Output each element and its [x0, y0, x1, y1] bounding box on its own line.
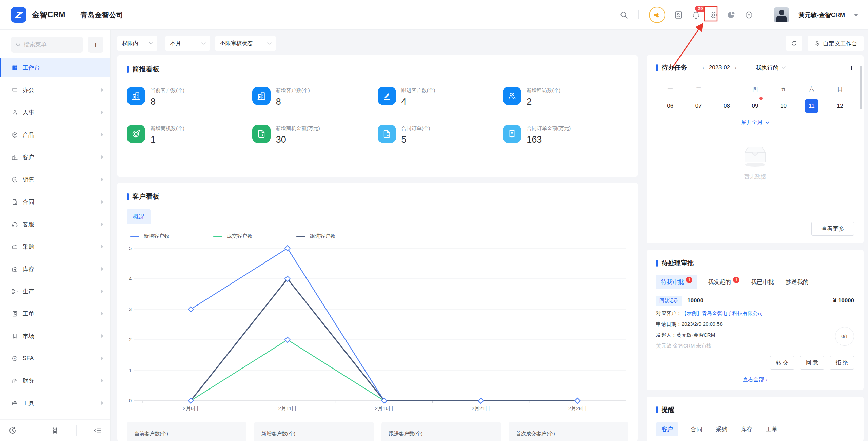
customer-link[interactable]: 【示例】青岛金智电子科技有限公司 [682, 310, 763, 316]
legend-new-customers[interactable]: 新增客户数 [130, 233, 169, 239]
sidebar-item-procurement[interactable]: 采购 [0, 237, 110, 256]
view-more-button[interactable]: 查看更多 [811, 222, 854, 236]
svg-text:2月16日: 2月16日 [375, 405, 393, 411]
calendar-day[interactable]: 08 [720, 99, 734, 113]
menu-search-input[interactable] [24, 41, 78, 48]
stats-grid: 当前客户数(个) 8 新增客户数(个) 8 [127, 87, 628, 145]
stat-opportunity-amount[interactable]: 新增商机金额(万元) 30 [252, 125, 378, 145]
calendar-day[interactable]: 10 [776, 99, 790, 113]
bottom-card-new-customers[interactable]: 新增客户数(个) [254, 422, 374, 441]
panel-scrollbar[interactable] [860, 66, 862, 109]
stat-current-customers[interactable]: 当前客户数(个) 8 [127, 87, 252, 107]
next-month-button[interactable]: › [734, 64, 737, 71]
add-menu-button[interactable]: + [88, 37, 103, 53]
calendar-day[interactable]: 07 [692, 99, 705, 113]
stat-new-opportunities[interactable]: 新增商机数(个) 1 [127, 125, 252, 145]
calendar-day[interactable]: 12 [833, 99, 847, 113]
tab-approved-by-me[interactable]: 我已审批 [750, 275, 775, 289]
tab-awaiting-my-approval[interactable]: 待我审批 1 [656, 275, 697, 289]
user-name[interactable]: 黄元敏-金智CRM [798, 11, 845, 19]
audit-status-select[interactable]: 不限审核状态 [215, 36, 276, 51]
sidebar-item-sfa[interactable]: A SFA [0, 349, 110, 368]
menu-search-box[interactable] [11, 37, 83, 53]
chevron-down-icon [267, 42, 272, 45]
calendar-day-selected[interactable]: 11 [805, 99, 818, 113]
stat-new-customers[interactable]: 新增客户数(个) 8 [252, 87, 378, 107]
expand-full-month-link[interactable]: 展开全月 [656, 119, 854, 126]
sidebar-item-inventory[interactable]: 库存 [0, 259, 110, 278]
bottom-card-followup-customers[interactable]: 跟进客户数(个) [381, 422, 501, 441]
pencil-icon [378, 87, 396, 105]
approval-status-text: 黄元敏-金智CRM 未审核 [656, 343, 854, 349]
customer-line-chart[interactable]: 0123452月6日2月11日2月16日2月21日2月28日 [127, 241, 628, 418]
sidebar-item-office[interactable]: 办公 [0, 81, 110, 100]
prev-month-button[interactable]: ‹ [702, 64, 705, 71]
sidebar-item-production[interactable]: 生产 [0, 282, 110, 301]
agree-button[interactable]: 同 意 [800, 356, 824, 370]
legend-label: 跟进客户数 [310, 233, 335, 239]
tab-procurement[interactable]: 采购 [714, 422, 729, 436]
document-gear-icon [12, 311, 18, 317]
sidebar-item-workorder[interactable]: 工单 [0, 304, 110, 323]
tab-inventory[interactable]: 库存 [739, 422, 754, 436]
calendar-day-with-dot[interactable]: 09 [748, 99, 762, 113]
integration-hexagon-icon[interactable] [745, 10, 753, 19]
settings-gear-icon[interactable] [709, 10, 718, 19]
stat-contract-amount[interactable]: 合同订单金额(万元) 163 [503, 125, 628, 145]
sidebar-item-customer[interactable]: 客户 [0, 148, 110, 167]
announcement-megaphone-icon[interactable] [649, 7, 665, 23]
filter-sliders-icon[interactable] [51, 426, 59, 435]
transfer-button[interactable]: 转 交 [770, 356, 794, 370]
sidebar-item-contract[interactable]: 合同 [0, 192, 110, 211]
stat-followup-customers[interactable]: 跟进客户数(个) 4 [378, 87, 503, 107]
stat-contract-orders[interactable]: 合同订单(个) 5 [378, 125, 503, 145]
sidebar-search-row: + [0, 37, 110, 58]
collapse-sidebar-icon[interactable] [94, 426, 102, 435]
calendar-day[interactable]: 06 [664, 99, 677, 113]
sidebar-item-hr[interactable]: 人事 [0, 103, 110, 122]
history-icon[interactable] [8, 426, 17, 435]
contacts-icon[interactable] [674, 10, 683, 19]
crm-dashboard: Z 金智CRM 青岛金智公司 29 [0, 0, 868, 441]
sidebar-item-tools[interactable]: 工具 [0, 394, 110, 413]
tab-cc-to-me[interactable]: 抄送我的 [785, 275, 809, 289]
stat-new-visits[interactable]: 新增拜访数(个) 2 [503, 87, 628, 107]
add-task-button[interactable]: + [849, 63, 854, 72]
legend-followup-customers[interactable]: 跟进客户数 [296, 233, 335, 239]
user-avatar[interactable] [774, 7, 789, 22]
tab-workorder[interactable]: 工单 [765, 422, 779, 436]
sidebar-item-product[interactable]: 产品 [0, 125, 110, 144]
bottom-card-label: 当前客户数(个) [134, 430, 239, 437]
period-select[interactable]: 本月 [165, 36, 210, 51]
section-title-text: 客户看板 [132, 192, 159, 201]
chevron-right-icon [101, 245, 103, 249]
approval-title: 待处理审批 [656, 259, 854, 268]
legend-deal-customers[interactable]: 成交客户数 [213, 233, 252, 239]
approval-item[interactable]: 回款记录 10000 ¥ 10000 对应客户：【示例】青岛金智电子科技有限公司… [656, 296, 854, 370]
customize-workbench-button[interactable]: 自定义工作台 [808, 36, 864, 51]
scope-select[interactable]: 权限内 [117, 36, 157, 51]
todo-filter-select[interactable]: 我执行的 [756, 64, 786, 72]
tab-overview[interactable]: 概况 [127, 209, 151, 224]
sidebar-item-workbench[interactable]: 工作台 [0, 58, 110, 77]
analytics-pie-icon[interactable] [727, 10, 736, 19]
sidebar-item-market[interactable]: 市场 [0, 327, 110, 345]
tab-initiated-by-me[interactable]: 我发起的 1 [707, 275, 740, 289]
bottom-card-current-customers[interactable]: 当前客户数(个) [127, 422, 246, 441]
search-icon[interactable] [619, 10, 628, 19]
view-all-link[interactable]: 查看全部 › [656, 376, 854, 383]
sidebar-item-label: 工具 [23, 399, 34, 407]
tab-contract[interactable]: 合同 [689, 422, 704, 436]
notifications-bell-icon[interactable]: 29 [692, 10, 701, 19]
refresh-button[interactable] [786, 36, 802, 51]
reject-button[interactable]: 拒 绝 [830, 356, 854, 370]
sidebar-item-sales[interactable]: 销售 [0, 170, 110, 189]
sidebar-item-finance[interactable]: 财务 [0, 371, 110, 390]
app-logo-icon[interactable]: Z [11, 7, 26, 23]
chevron-right-icon [101, 177, 103, 182]
payment-record-tag[interactable]: 回款记录 [656, 296, 682, 306]
tab-customer[interactable]: 客户 [656, 422, 678, 436]
sidebar-item-service[interactable]: 客服 [0, 215, 110, 234]
bottom-card-first-deal-customers[interactable]: 首次成交客户(个) [509, 422, 628, 441]
user-menu-caret-icon[interactable] [854, 14, 859, 16]
